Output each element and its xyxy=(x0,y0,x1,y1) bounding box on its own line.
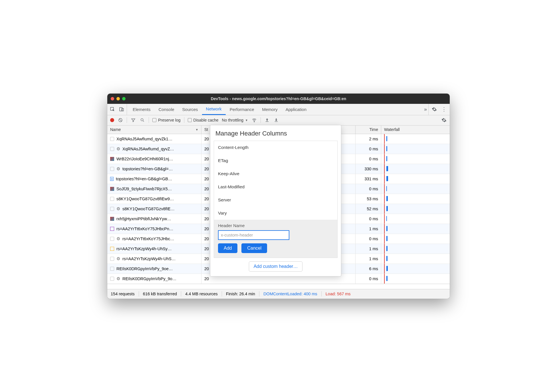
request-time: 0 ms xyxy=(369,147,378,151)
more-tabs-icon[interactable]: » xyxy=(423,106,428,112)
statusbar: 154 requests 616 kB transferred 4.4 MB r… xyxy=(107,289,450,299)
cancel-button[interactable]: Cancel xyxy=(241,243,267,253)
file-box-icon xyxy=(110,167,114,171)
throttling-select[interactable]: No throttling ▼ xyxy=(222,118,248,122)
file-box-icon xyxy=(110,277,114,281)
header-option[interactable]: Server xyxy=(214,193,337,207)
sb-load: Load: 567 ms xyxy=(326,292,351,296)
header-option[interactable]: ETag xyxy=(214,154,337,167)
record-button[interactable] xyxy=(110,118,114,122)
request-status: 20 xyxy=(204,197,209,201)
upload-icon[interactable] xyxy=(264,117,270,123)
wifi-icon[interactable] xyxy=(251,117,257,123)
titlebar: DevTools - news.google.com/topstories?hl… xyxy=(107,94,450,104)
minimize-window[interactable] xyxy=(116,97,120,100)
request-status: 20 xyxy=(204,237,209,241)
zoom-window[interactable] xyxy=(122,97,126,100)
devtools-window: DevTools - news.google.com/topstories?hl… xyxy=(107,94,450,299)
tab-performance[interactable]: Performance xyxy=(226,104,258,115)
gear-icon: ⚙ xyxy=(116,276,120,281)
network-toolbar: Preserve log Disable cache No throttling… xyxy=(107,115,450,126)
gear-icon: ⚙ xyxy=(116,147,120,151)
tab-network[interactable]: Network xyxy=(202,104,226,115)
close-window[interactable] xyxy=(111,97,114,100)
request-name: XqRNAsJ5AwfIumd_qyvZ… xyxy=(122,147,174,151)
request-status: 20 xyxy=(204,276,209,281)
file-box-icon xyxy=(110,147,114,151)
request-name: rs=AA2YrTt6xKoY75JHbc… xyxy=(122,237,174,241)
header-option[interactable]: Keep-Alive xyxy=(214,167,337,180)
file-type-icon xyxy=(110,227,114,231)
column-waterfall[interactable]: Waterfall xyxy=(381,126,450,134)
request-name: topstories?hl=en-GB&gl=GB… xyxy=(116,177,172,181)
window-title: DevTools - news.google.com/topstories?hl… xyxy=(211,96,346,101)
waterfall-bar xyxy=(386,216,387,221)
request-name: topstories?hl=en-GB&gl=… xyxy=(122,167,173,171)
main-tabs: ElementsConsoleSourcesNetworkPerformance… xyxy=(107,104,450,115)
header-option[interactable]: Vary xyxy=(214,207,337,220)
tab-console[interactable]: Console xyxy=(155,104,178,115)
request-status: 20 xyxy=(204,246,209,251)
request-status: 20 xyxy=(204,157,209,161)
settings-gear-icon[interactable] xyxy=(431,106,437,112)
add-custom-header-button[interactable]: Add custom header… xyxy=(249,261,303,272)
waterfall-bar xyxy=(386,186,387,191)
header-list: Content-LengthETagKeep-AliveLast-Modifie… xyxy=(214,141,338,258)
waterfall-bar xyxy=(386,156,387,161)
request-time: 0 ms xyxy=(369,276,378,281)
inspect-icon[interactable] xyxy=(110,106,115,112)
kebab-menu-icon[interactable]: ⋮ xyxy=(441,106,447,112)
disable-cache-checkbox[interactable]: Disable cache xyxy=(188,118,219,122)
device-toggle-icon[interactable] xyxy=(119,106,124,112)
preserve-log-checkbox[interactable]: Preserve log xyxy=(152,118,181,122)
file-type-icon xyxy=(110,217,114,221)
request-time: 0 ms xyxy=(369,187,378,191)
header-option[interactable]: Content-Length xyxy=(214,141,337,154)
request-name: s8KY1QwooTG87Gzv8fIE… xyxy=(122,207,175,211)
column-time[interactable]: Time xyxy=(356,126,381,134)
request-status: 20 xyxy=(204,266,209,271)
clear-icon[interactable] xyxy=(118,117,123,123)
custom-header-input[interactable] xyxy=(218,230,289,240)
sb-finish: Finish: 26.4 min xyxy=(226,292,255,296)
gear-icon: ⚙ xyxy=(116,237,120,241)
sb-dcl: DOMContentLoaded: 400 ms xyxy=(263,292,317,296)
gear-icon: ⚙ xyxy=(116,167,120,171)
custom-header-label: Header Name xyxy=(218,223,333,228)
waterfall-bar xyxy=(386,246,388,251)
request-time: 52 ms xyxy=(367,207,378,211)
add-button[interactable]: Add xyxy=(218,243,237,253)
file-box-icon xyxy=(110,237,114,241)
waterfall-bar xyxy=(386,236,388,241)
request-status: 20 xyxy=(204,167,209,171)
header-option[interactable]: Last-Modified xyxy=(214,180,337,193)
waterfall-bar xyxy=(386,176,388,181)
request-name: rs=AA2YrTsKzpWy4h-UhS… xyxy=(122,256,175,261)
download-icon[interactable] xyxy=(273,117,279,123)
waterfall-bar xyxy=(386,276,388,281)
request-time: 0 ms xyxy=(369,157,378,161)
manage-header-columns-modal: Manage Header Columns Content-LengthETag… xyxy=(210,125,341,276)
modal-title: Manage Header Columns xyxy=(215,130,336,137)
request-time: 0 ms xyxy=(369,237,378,241)
file-box-icon xyxy=(110,257,114,261)
search-icon[interactable] xyxy=(140,117,145,123)
column-name[interactable]: Name ▼ xyxy=(107,126,201,134)
tab-memory[interactable]: Memory xyxy=(258,104,282,115)
sb-transferred: 616 kB transferred xyxy=(143,292,177,296)
file-type-icon xyxy=(110,247,114,251)
filter-icon[interactable] xyxy=(130,117,136,123)
request-name: REIlsK0DRGpyImVbPy_9o… xyxy=(122,276,176,281)
toolbar-settings-icon[interactable] xyxy=(441,117,447,123)
tab-elements[interactable]: Elements xyxy=(129,104,155,115)
throttling-label: No throttling xyxy=(222,118,243,122)
file-type-icon xyxy=(110,157,114,161)
sort-icon: ▼ xyxy=(195,128,198,131)
request-time: 2 ms xyxy=(369,137,378,141)
request-time: 330 ms xyxy=(364,167,378,171)
tab-sources[interactable]: Sources xyxy=(178,104,202,115)
request-name: XqRNAsJ5AwfIumd_qyvZk1… xyxy=(116,137,172,141)
request-name: rs=AA2YrTt6xKoY75JHbcPn… xyxy=(116,227,173,231)
tab-application[interactable]: Application xyxy=(282,104,310,115)
sb-resources: 4.4 MB resources xyxy=(185,292,218,296)
